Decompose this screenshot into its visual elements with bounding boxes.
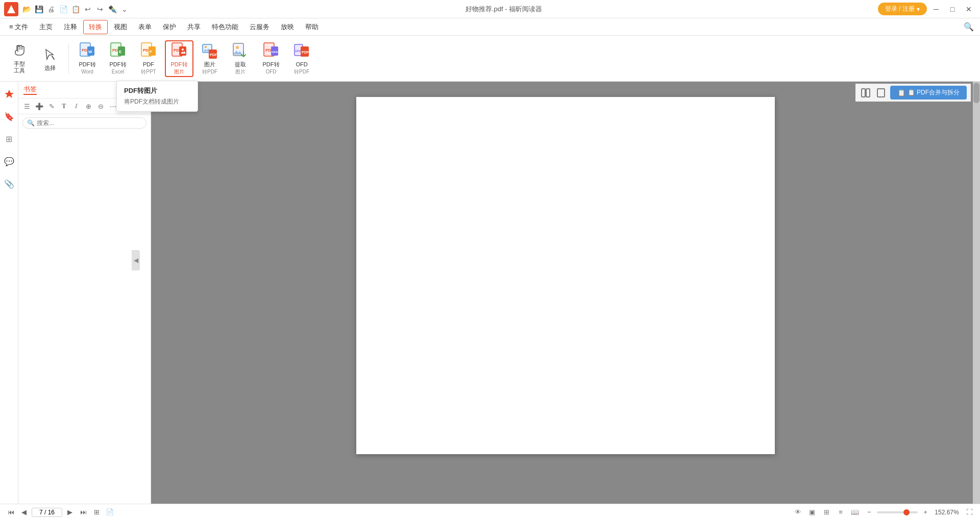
panel-collapse-icon[interactable]: ⊖ bbox=[95, 101, 106, 112]
menu-annotate[interactable]: 注释 bbox=[59, 20, 82, 34]
minimize-button[interactable]: ─ bbox=[929, 2, 943, 16]
bottombar-left: ⏮ ◀ ▶ ⏭ ⊞ 📄 bbox=[5, 507, 115, 518]
undo-btn[interactable]: ↩ bbox=[83, 4, 93, 14]
image-to-pdf-button[interactable]: PDF 图片转PDF bbox=[195, 40, 224, 77]
menu-convert[interactable]: 转换 bbox=[83, 20, 108, 34]
redo-btn[interactable]: ↪ bbox=[95, 4, 105, 14]
panel-expand-icon[interactable]: ⊕ bbox=[83, 101, 94, 112]
print-btn[interactable]: 🖨 bbox=[46, 4, 56, 14]
main-area: 🔖 ⊞ 💬 📎 书签 ✕ ☰ ➕ ✎ 𝐓 𝐼 ⊕ ⊖ ⋯ 🔍 ◀ bbox=[0, 82, 980, 504]
close-button[interactable]: ✕ bbox=[962, 2, 976, 16]
ofd-pdf-icon: OFD PDF bbox=[293, 43, 310, 59]
sidebar-bookmark-icon[interactable]: 🔖 bbox=[2, 109, 16, 123]
sidebar-page-icon[interactable]: ⊞ bbox=[2, 132, 16, 146]
pdf-page bbox=[356, 97, 775, 454]
scrollbar[interactable] bbox=[973, 82, 980, 504]
bookmark-tab[interactable]: 书签 bbox=[23, 85, 37, 95]
sidebar-highlight-icon[interactable] bbox=[2, 87, 16, 101]
single-page-mode[interactable]: ▣ bbox=[806, 507, 818, 518]
sidebar-comment-icon[interactable]: 💬 bbox=[2, 154, 16, 168]
menu-file[interactable]: ≡ 文件 bbox=[4, 20, 33, 34]
menu-protect[interactable]: 保护 bbox=[158, 20, 181, 34]
search-icon[interactable]: 🔍 bbox=[962, 20, 976, 34]
menu-share[interactable]: 共享 bbox=[182, 20, 206, 34]
zoom-out-button[interactable]: − bbox=[864, 507, 875, 518]
eye-view-button[interactable]: 👁 bbox=[792, 507, 803, 518]
menu-present[interactable]: 放映 bbox=[276, 20, 299, 34]
pdf-to-word-button[interactable]: PDF W PDF转Word bbox=[73, 40, 102, 77]
menu-help[interactable]: 帮助 bbox=[300, 20, 324, 34]
titlebar-right: 登录 / 注册 ▾ ─ □ ✕ bbox=[878, 2, 976, 16]
scroll-mode[interactable]: ≡ bbox=[835, 507, 846, 518]
next-page-button[interactable]: ▶ bbox=[64, 507, 76, 518]
merge-icon: 📋 bbox=[897, 89, 905, 96]
maximize-button[interactable]: □ bbox=[945, 2, 960, 16]
zoom-slider[interactable] bbox=[877, 511, 918, 513]
menu-form[interactable]: 表单 bbox=[133, 20, 157, 34]
svg-point-18 bbox=[205, 46, 207, 48]
pdf-image-icon: PDF bbox=[171, 43, 187, 59]
zoom-value: 152.67% bbox=[933, 509, 961, 516]
tooltip-description: 将PDF文档转成图片 bbox=[124, 97, 190, 106]
last-page-button[interactable]: ⏭ bbox=[78, 507, 89, 518]
pdf-ppt-label: PDF转PPT bbox=[141, 61, 156, 75]
app-logo bbox=[4, 2, 18, 16]
double-page-mode[interactable]: ⊞ bbox=[821, 507, 832, 518]
sidebar-attachment-icon[interactable]: 📎 bbox=[2, 177, 16, 191]
pdf-to-image-button[interactable]: PDF PDF转图片 bbox=[165, 40, 193, 77]
bottombar-right: 👁 ▣ ⊞ ≡ 📖 − + 152.67% ⛶ bbox=[792, 507, 975, 518]
svg-text:PDF: PDF bbox=[210, 53, 217, 57]
page-input[interactable] bbox=[32, 508, 62, 517]
split-view-button[interactable] bbox=[860, 87, 872, 99]
prev-page-button[interactable]: ◀ bbox=[18, 507, 30, 518]
separator-1 bbox=[68, 43, 69, 74]
ofd-to-pdf-button[interactable]: OFD PDF OFD转PDF bbox=[287, 40, 316, 77]
pdf-merge-button[interactable]: 📋 📋 PDF合并与拆分 bbox=[890, 86, 967, 100]
left-panel: 书签 ✕ ☰ ➕ ✎ 𝐓 𝐼 ⊕ ⊖ ⋯ 🔍 bbox=[18, 82, 151, 504]
tooltip-title: PDF转图片 bbox=[124, 86, 190, 95]
extract-image-label: 提取图片 bbox=[235, 61, 246, 75]
panel-bold-icon[interactable]: 𝐓 bbox=[58, 101, 69, 112]
zoom-in-button[interactable]: + bbox=[920, 507, 931, 518]
menu-cloud[interactable]: 云服务 bbox=[244, 20, 275, 34]
pdf-excel-label: PDF转Excel bbox=[110, 61, 127, 75]
first-page-button[interactable]: ⏮ bbox=[5, 507, 16, 518]
reading-mode[interactable]: 📖 bbox=[849, 507, 861, 518]
save-btn[interactable]: 💾 bbox=[34, 4, 44, 14]
extract-image-icon bbox=[232, 43, 249, 59]
search-box: 🔍 bbox=[22, 117, 146, 129]
pdf-to-excel-button[interactable]: PDF E PDF转Excel bbox=[104, 40, 132, 77]
panel-add-icon[interactable]: ➕ bbox=[34, 101, 45, 112]
toolbar: 手型工具 选择 PDF W PDF转Word PDF bbox=[0, 36, 980, 82]
menu-special[interactable]: 特色功能 bbox=[207, 20, 243, 34]
pdf-to-ofd-button[interactable]: PDF OFD PDF转OFD bbox=[257, 40, 285, 77]
menu-home[interactable]: 主页 bbox=[34, 20, 58, 34]
thumbnail-view-button[interactable]: ⊞ bbox=[91, 507, 102, 518]
fullscreen-button[interactable]: ⛶ bbox=[964, 507, 975, 518]
hand-tool-button[interactable]: 手型工具 bbox=[5, 40, 34, 77]
panel-list-icon[interactable]: ☰ bbox=[21, 101, 33, 112]
new-btn[interactable]: 📋 bbox=[70, 4, 81, 14]
share-file-btn[interactable]: 📄 bbox=[58, 4, 68, 14]
select-tool-button[interactable]: 选择 bbox=[36, 40, 64, 77]
menu-view[interactable]: 视图 bbox=[109, 20, 132, 34]
page-view-button[interactable]: 📄 bbox=[104, 507, 115, 518]
sign-btn[interactable]: ✒️ bbox=[107, 4, 117, 14]
svg-text:P: P bbox=[150, 50, 152, 54]
svg-marker-0 bbox=[7, 5, 15, 13]
open-btn[interactable]: 📂 bbox=[21, 4, 32, 14]
panel-edit-icon[interactable]: ✎ bbox=[46, 101, 57, 112]
panel-italic-icon[interactable]: 𝐼 bbox=[70, 101, 82, 112]
hand-tool-label: 手型工具 bbox=[14, 61, 25, 74]
svg-rect-33 bbox=[866, 89, 870, 97]
pdf-to-ppt-button[interactable]: PDF P PDF转PPT bbox=[134, 40, 163, 77]
single-view-button[interactable] bbox=[875, 87, 887, 99]
collapse-panel-button[interactable]: ◀ bbox=[132, 250, 140, 270]
more-btn[interactable]: ⌄ bbox=[119, 4, 130, 14]
login-button[interactable]: 登录 / 注册 ▾ bbox=[878, 3, 927, 15]
extract-image-button[interactable]: 提取图片 bbox=[226, 40, 255, 77]
search-input[interactable] bbox=[37, 119, 142, 127]
sidebar-icons: 🔖 ⊞ 💬 📎 bbox=[0, 82, 18, 504]
chevron-down-icon: ▾ bbox=[917, 6, 920, 13]
content-area: 📋 📋 PDF合并与拆分 bbox=[151, 82, 980, 504]
